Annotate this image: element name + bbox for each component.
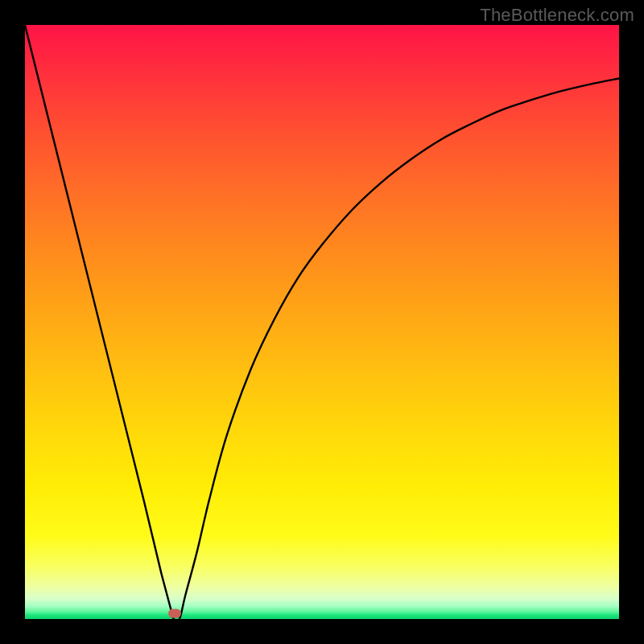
chart-frame: TheBottleneck.com: [0, 0, 644, 644]
bottleneck-curve: [25, 25, 619, 619]
watermark-label: TheBottleneck.com: [480, 5, 634, 26]
optimum-marker: [168, 609, 181, 617]
plot-area: [25, 25, 619, 619]
